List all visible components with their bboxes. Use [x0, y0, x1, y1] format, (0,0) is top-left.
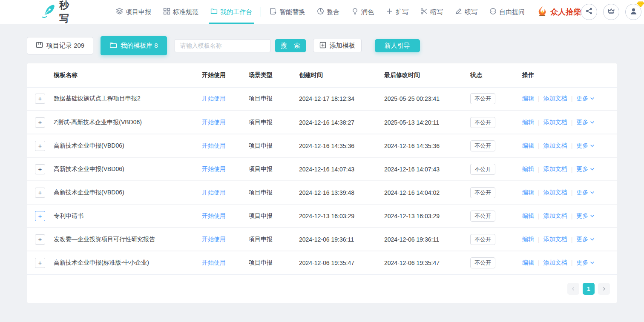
start-use-link[interactable]: 开始使用	[202, 119, 226, 125]
replace-icon	[270, 8, 277, 16]
action-separator: |	[538, 236, 540, 243]
more-link[interactable]: 更多	[576, 189, 595, 197]
nav-item-free-question[interactable]: 自由提问	[483, 0, 531, 24]
chat-icon	[489, 8, 497, 16]
nav-item-smart-replace[interactable]: 智能替换	[264, 0, 311, 24]
more-link[interactable]: 更多	[576, 142, 595, 150]
start-use-link[interactable]: 开始使用	[202, 259, 226, 266]
more-link[interactable]: 更多	[576, 119, 595, 126]
more-link[interactable]: 更多	[576, 95, 595, 103]
project-records-button[interactable]: 项目记录 209	[27, 37, 93, 54]
edit-link[interactable]: 编辑	[522, 95, 534, 103]
crowd-gather-link[interactable]: 众人拾柴	[537, 6, 581, 19]
flame-icon	[537, 6, 548, 19]
edit-link[interactable]: 编辑	[522, 142, 534, 150]
more-link[interactable]: 更多	[576, 259, 595, 267]
row-expand-button[interactable]: +	[35, 234, 45, 245]
nav-item-standards[interactable]: 标准规范	[157, 0, 204, 24]
chevron-down-icon	[590, 213, 595, 219]
created-time-cell: 2024-12-16 14:35:36	[299, 134, 384, 157]
scene-type-cell: 项目申报	[249, 111, 299, 134]
nav-right-actions	[581, 4, 641, 20]
row-expand-button[interactable]: +	[35, 141, 45, 151]
add-document-link[interactable]: 添加文档	[543, 165, 567, 173]
start-use-link[interactable]: 开始使用	[202, 236, 226, 242]
user-avatar-button[interactable]	[625, 4, 641, 20]
edit-link[interactable]: 编辑	[522, 119, 534, 126]
chevron-down-icon	[590, 166, 595, 173]
pie-icon	[317, 8, 324, 16]
action-separator: |	[538, 189, 540, 196]
created-time-cell: 2024-12-16 14:38:27	[299, 111, 384, 134]
nav-item-shrink-write[interactable]: 缩写	[414, 0, 449, 24]
edit-link[interactable]: 编辑	[522, 236, 534, 243]
add-document-link[interactable]: 添加文档	[543, 236, 567, 243]
action-separator: |	[571, 119, 573, 126]
created-time-cell: 2024-12-06 19:35:47	[299, 251, 384, 274]
chevron-right-icon	[602, 285, 606, 292]
edit-link[interactable]: 编辑	[522, 189, 534, 197]
nav-item-polish[interactable]: 润色	[345, 0, 380, 24]
promo-label: 众人拾柴	[550, 7, 581, 17]
status-badge: 不公开	[470, 140, 495, 151]
edit-link[interactable]: 编辑	[522, 259, 534, 267]
modified-time-cell: 2025-05-25 00:23:41	[384, 87, 470, 111]
more-link[interactable]: 更多	[576, 236, 595, 243]
brand-name: 秒写	[59, 0, 70, 25]
row-expand-button[interactable]: +	[35, 258, 45, 268]
modified-time-cell: 2024-12-16 14:35:36	[384, 134, 470, 157]
search-button[interactable]: 搜 索	[275, 39, 306, 52]
nav-label: 项目申报	[126, 8, 151, 16]
add-document-link[interactable]: 添加文档	[543, 119, 567, 126]
start-use-link[interactable]: 开始使用	[202, 95, 226, 102]
template-name-cell: 数据基础设施试点工程项目申报2	[54, 87, 202, 111]
template-search-input[interactable]	[175, 39, 270, 52]
next-page-button[interactable]	[598, 283, 610, 295]
records-icon	[36, 41, 43, 50]
edit-link[interactable]: 编辑	[522, 165, 534, 173]
my-template-library-button[interactable]: 我的模板库 8	[101, 36, 167, 55]
header-created-time: 创建时间	[299, 63, 384, 87]
nav-divider	[261, 7, 261, 17]
page-1-button[interactable]: 1	[583, 283, 595, 295]
add-document-link[interactable]: 添加文档	[543, 212, 567, 220]
scene-type-cell: 项目申报	[249, 228, 299, 251]
nav-item-merge[interactable]: 整合	[311, 0, 345, 24]
nav-item-project-apply[interactable]: 项目申报	[110, 0, 157, 24]
add-document-link[interactable]: 添加文档	[543, 95, 567, 103]
edit-link[interactable]: 编辑	[522, 212, 534, 220]
membership-button[interactable]	[603, 4, 619, 20]
action-separator: |	[538, 142, 540, 149]
start-use-link[interactable]: 开始使用	[202, 142, 226, 149]
scene-type-cell: 项目申报	[249, 181, 299, 204]
brand-logo[interactable]: 秒写	[40, 0, 70, 25]
row-expand-button[interactable]: +	[35, 164, 45, 174]
row-expand-button[interactable]: +	[35, 188, 45, 198]
status-badge: 不公开	[470, 164, 495, 175]
nav-item-expand-write[interactable]: 扩写	[380, 0, 414, 24]
row-expand-button[interactable]: +	[35, 117, 45, 128]
share-button[interactable]	[581, 4, 597, 20]
add-template-button[interactable]: 添加模板	[313, 39, 362, 52]
header-scene-type: 场景类型	[249, 63, 299, 87]
more-link[interactable]: 更多	[576, 212, 595, 220]
status-badge: 不公开	[470, 211, 495, 222]
action-separator: |	[538, 95, 540, 102]
row-expand-button[interactable]: +	[35, 211, 45, 221]
row-expand-button[interactable]: +	[35, 94, 45, 104]
header-actions: 操作	[522, 63, 617, 87]
more-link[interactable]: 更多	[576, 165, 595, 173]
add-document-link[interactable]: 添加文档	[543, 142, 567, 150]
table-row: + 专利申请书 开始使用 项目申报 2024-12-13 16:03:29 20…	[27, 204, 617, 228]
start-use-link[interactable]: 开始使用	[202, 189, 226, 196]
nav-item-continue-write[interactable]: 续写	[449, 0, 483, 24]
add-document-link[interactable]: 添加文档	[543, 259, 567, 267]
prev-page-button[interactable]	[567, 283, 579, 295]
start-use-link[interactable]: 开始使用	[202, 165, 226, 172]
nav-item-my-workspace[interactable]: 我的工作台	[204, 0, 258, 24]
add-document-link[interactable]: 添加文档	[543, 189, 567, 197]
start-use-link[interactable]: 开始使用	[202, 212, 226, 219]
newcomer-guide-button[interactable]: 新人引导	[375, 39, 420, 52]
action-separator: |	[571, 142, 573, 149]
scene-type-cell: 项目申报	[249, 134, 299, 157]
